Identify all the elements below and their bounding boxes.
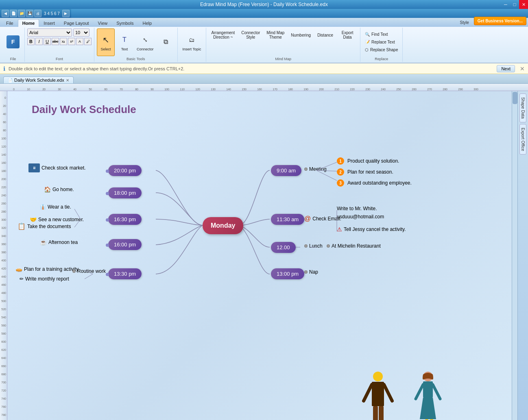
font-size-select[interactable]: 10 [73,28,89,37]
insert-topic-button[interactable]: 🗂 Insert Topic [180,28,204,56]
connector-style-button[interactable]: ConnectorStyle [239,28,262,41]
award-label: Award outstanding employee. [347,180,412,186]
stock-label: Check stock market. [41,165,86,171]
doc-tab[interactable]: 📄 Daily Work Schedule.edx ✕ [3,76,74,83]
tab-file[interactable]: File [2,19,18,27]
ribbon-group-insert-topic: 🗂 Insert Topic [178,28,207,62]
font-group-label: Font [25,57,94,61]
qa-save[interactable]: 💾 [26,10,33,17]
more-tools-button[interactable]: ⧉ [157,28,175,56]
time-node-12[interactable]: 12.00 [271,242,296,253]
bold-button[interactable]: B [27,38,35,45]
time-node-1130[interactable]: 11:30 am [271,214,304,225]
export-office-panel[interactable]: Export Office [519,124,526,155]
underline-button[interactable]: U [44,38,51,45]
tab-home[interactable]: Home [18,19,39,27]
highlight-button[interactable]: 🖊 [84,38,92,45]
quick-access-toolbar: ◀ 📄 📁 💾 🖨 3 4 5 6 7 ▶ [0,9,71,18]
next-button[interactable]: Next [497,65,515,72]
distance-button[interactable]: Distance [315,28,336,41]
replace-text-button[interactable]: 📝 Replace Text [363,39,400,46]
font-color-button[interactable]: A [76,38,83,45]
get-business-button[interactable]: Get Business Version... [474,17,526,25]
tab-insert[interactable]: Insert [39,19,59,27]
font-name-select[interactable]: Arial [27,28,72,37]
home-label: Go home. [52,187,74,192]
topic-quality[interactable]: 1 Product quality solution. [337,157,399,165]
topic-white[interactable]: Write to Mr. White. [337,206,377,211]
qa-forward[interactable]: ▶ [62,10,70,17]
topic-jessy[interactable]: ⚠ Tell Jessy cancel the activity. [337,226,406,233]
topic-training[interactable]: 🥧 Plan for a training activity [15,266,79,272]
horizontal-ruler: for(let i=0;i<=300;i+=10){ document.writ… [0,84,528,91]
michelin-dot [327,244,330,248]
doc-tab-close[interactable]: ✕ [66,78,69,83]
center-node[interactable]: Monday [203,217,243,234]
close-button[interactable]: ✕ [519,0,528,9]
topic-michelin[interactable]: At Michelin Restaurant [327,243,381,249]
topic-home[interactable]: 🏠 Go home. [44,186,74,193]
arrangement-button[interactable]: ArrangementDirection ~ [209,28,237,41]
canvas[interactable]: Daily Work Schedule Monday 20:00 pm 18:0… [7,91,517,420]
topic-award[interactable]: 3 Award outstanding employee. [337,179,412,187]
topic-stock[interactable]: 🖥 Check stock market. [28,163,86,172]
mind-map-theme-button[interactable]: Mind MapTheme [264,28,287,41]
shape-data-panel[interactable]: Shape Data [519,94,526,122]
tab-help[interactable]: Help [138,19,156,27]
insert-topic-label: Insert Topic [183,47,201,51]
export-data-button[interactable]: ExportData [337,28,358,41]
superscript-button[interactable]: x² [68,38,75,45]
home-icon: 🏠 [44,186,51,193]
topic-tea[interactable]: ☕ Afternoon tea [40,239,78,246]
time-node-18[interactable]: 18:00 pm [108,187,142,198]
text-button[interactable]: T Text [116,28,133,56]
mind-map-title: Daily Work Schedule [32,103,136,116]
time-node-20[interactable]: 20:00 pm [108,165,142,176]
file-button[interactable]: F [4,28,22,56]
topic-documents[interactable]: 📋 Take the documents [17,222,71,230]
italic-button[interactable]: I [35,38,43,45]
tab-page-layout[interactable]: Page Layout [59,19,94,27]
topic-meeting[interactable]: Meeting [304,166,327,172]
topic-customer[interactable]: 🤝 See a new customer. [30,216,84,223]
replace-shape-button[interactable]: ⬡ Replace Shape [363,46,400,53]
qa-open[interactable]: 📁 [18,10,25,17]
tab-symbols[interactable]: Symbols [112,19,138,27]
minimize-button[interactable]: ─ [501,0,510,9]
numbering-button[interactable]: Numbering [288,28,313,41]
tab-view[interactable]: View [94,19,112,27]
time-node-13[interactable]: 13:00 pm [271,268,304,279]
report-icon: ✏ [20,276,24,282]
topic-season[interactable]: 2 Plan for next season. [337,168,393,176]
subscript-button[interactable]: x₂ [60,38,67,45]
topic-email[interactable]: @ Check Email. [304,215,341,222]
time-node-9[interactable]: 9:00 am [271,165,301,176]
topic-tie[interactable]: 👔 Wear a tie. [40,204,71,210]
topic-report[interactable]: ✏ Write monthly report [20,276,69,282]
maximize-button[interactable]: □ [510,0,519,9]
canvas-vscroll[interactable] [512,91,517,420]
qa-print[interactable]: 🖨 [34,10,41,17]
strikethrough-button[interactable]: abc [52,38,59,45]
customer-label: See a new customer. [38,217,84,222]
topic-lunch[interactable]: Lunch [304,243,323,249]
time-node-16[interactable]: 16:00 pm [108,239,142,250]
qa-new[interactable]: 📄 [10,10,17,17]
topic-nap[interactable]: Nap [304,269,318,275]
find-text-button[interactable]: 🔍 Find Text [363,31,400,38]
select-button[interactable]: ↖ Select [97,28,115,56]
topic-routine[interactable]: Routine work [72,268,106,274]
topic-email-addr[interactable]: usduuu@hotmail.com [337,214,384,220]
time-node-1630[interactable]: 16:30 pm [108,214,142,225]
ribbon-group-mind-map: ArrangementDirection ~ ConnectorStyle Mi… [206,28,360,62]
svg-rect-29 [373,406,378,420]
training-icon: 🥧 [15,266,22,272]
qa-back[interactable]: ◀ [2,10,9,17]
close-info-button[interactable]: ✕ [520,65,525,72]
time-node-1330[interactable]: 13:30 pm [108,268,142,279]
ribbon-group-font: Arial 10 B I U abc x₂ x² A 🖊 Font [25,28,94,62]
connector-dot-2 [106,192,109,195]
alert-icon: ⚠ [337,226,342,233]
connector-button[interactable]: ⤡ Connector [134,28,156,56]
num-1: 1 [337,157,344,165]
